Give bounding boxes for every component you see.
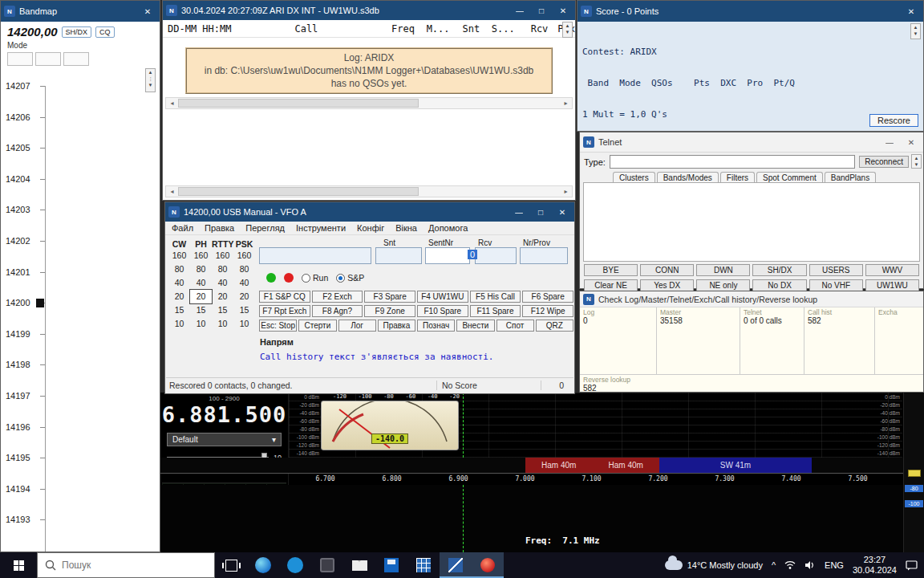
telnet-filter-button[interactable]: UW1WU (865, 279, 919, 291)
speaker-icon[interactable] (804, 560, 816, 570)
band-cell[interactable]: 80 (212, 263, 233, 276)
telnet-tab[interactable]: Spot Comment (756, 172, 823, 182)
maximize-icon[interactable]: □ (532, 208, 549, 217)
bandmap-frequency-label[interactable]: 14193 (1, 519, 45, 551)
band-cell[interactable]: 40 (190, 276, 212, 290)
taskbar-clock[interactable]: 23:27 30.04.2024 (853, 555, 897, 576)
maximize-icon[interactable]: □ (533, 6, 550, 15)
band-cell[interactable]: 10 (233, 317, 255, 331)
function-key-button[interactable]: F11 Spare (470, 305, 521, 317)
log-horizontal-scrollbar-2[interactable]: ◂ ▸ (165, 185, 573, 197)
taskbar-save-app-button[interactable] (375, 552, 407, 578)
function-key-button[interactable]: F4 UW1WU (417, 291, 468, 303)
scroll-right-icon[interactable]: ▸ (560, 100, 572, 107)
close-icon[interactable]: ✕ (902, 138, 920, 147)
log-column-header[interactable]: DD-MM HH:MM (168, 23, 294, 35)
function-key-button[interactable]: Esc: Stop (259, 320, 297, 332)
function-key-button[interactable]: F9 Zone (364, 305, 415, 317)
band-cell[interactable]: 20 (168, 290, 190, 303)
scroll-left-icon[interactable]: ◂ (166, 100, 178, 107)
weather-widget[interactable]: 14°C Mostly cloudy (665, 560, 763, 570)
band-cell[interactable]: 40 (168, 276, 190, 290)
function-key-button[interactable]: Внести (456, 320, 494, 332)
function-key-button[interactable]: F2 Exch (312, 291, 363, 303)
telnet-command-button[interactable]: SH/DX (752, 264, 806, 276)
level-chip[interactable]: -80 (905, 485, 923, 492)
band-cell[interactable]: 15 (233, 303, 255, 317)
telnet-spinner[interactable]: ▲▼ (911, 154, 922, 169)
telnet-command-button[interactable]: WWV (865, 264, 919, 276)
telnet-tab[interactable]: Bands/Modes (657, 172, 719, 182)
sw-band-segment[interactable]: SW 41m (659, 458, 812, 473)
band-cell-selected[interactable]: 20 (190, 290, 212, 303)
band-cell[interactable]: 20 (233, 290, 255, 303)
band-cell[interactable]: 80 (233, 263, 255, 276)
band-cell[interactable]: 20 (212, 290, 233, 303)
minimize-icon[interactable]: — (881, 138, 898, 147)
menu-item[interactable]: Файл (172, 223, 193, 233)
taskbar-browser-button[interactable] (247, 552, 279, 578)
menu-item[interactable]: Допомога (428, 223, 468, 233)
close-icon[interactable]: ✕ (902, 7, 920, 16)
scrollbar-thumb[interactable] (178, 99, 419, 108)
telnet-tab[interactable]: Filters (720, 172, 755, 182)
close-icon[interactable]: ✕ (554, 6, 572, 15)
start-button[interactable] (0, 552, 37, 578)
cq-button[interactable]: CQ (95, 26, 115, 38)
telnet-filter-button[interactable]: NE only (696, 279, 750, 291)
taskbar-app-button[interactable] (311, 552, 343, 578)
level-control-strip[interactable]: -80 -100 (903, 393, 924, 552)
telnet-command-button[interactable]: CONN (640, 264, 694, 276)
band-cell[interactable]: 160 (212, 249, 233, 263)
taskbar-mail-button[interactable] (343, 552, 375, 578)
taskbar-sdr-app-button[interactable] (472, 552, 504, 578)
score-spinner[interactable]: ▲▼ (910, 23, 921, 39)
reconnect-button[interactable]: Reconnect (859, 156, 909, 168)
telnet-command-button[interactable]: USERS (809, 264, 863, 276)
log-column-header[interactable]: Call (294, 23, 379, 35)
telnet-command-button[interactable]: BYE (584, 264, 638, 276)
telnet-filter-button[interactable]: Clear NE (584, 279, 638, 291)
log-column-header[interactable]: S... (480, 23, 515, 35)
band-cell[interactable]: 160 (190, 249, 212, 263)
network-icon[interactable] (784, 560, 796, 570)
log-column-header[interactable]: M... (415, 23, 450, 35)
notification-icon[interactable] (906, 560, 918, 571)
search-input[interactable] (62, 560, 207, 571)
gain-slider-handle[interactable] (908, 470, 921, 477)
nrprov-field[interactable] (520, 247, 568, 264)
telnet-command-button[interactable]: DWN (696, 264, 750, 276)
mode-boxes[interactable] (7, 52, 160, 66)
band-cell[interactable]: 160 (168, 249, 190, 263)
telnet-filter-button[interactable]: No DX (752, 279, 806, 291)
ham-band-segment[interactable]: Ham 40m Ham 40m (525, 458, 659, 473)
preset-dropdown[interactable]: Default ▾ (167, 433, 282, 446)
score-titlebar[interactable]: Score - 0 Points ✕ (578, 1, 923, 22)
function-key-button[interactable]: Стерти (298, 320, 336, 332)
function-key-button[interactable]: Правка (378, 320, 415, 332)
telnet-output-area[interactable] (583, 182, 920, 262)
telnet-filter-button[interactable]: No VHF (809, 279, 863, 291)
function-key-button[interactable]: F5 His Call (470, 291, 521, 303)
sentnr-field[interactable]: 0 (425, 247, 470, 264)
entry-titlebar[interactable]: 14200,00 USB Manual - VFO A — □ ✕ (165, 202, 574, 222)
taskbar-app-button[interactable] (279, 552, 311, 578)
band-cell[interactable]: 10 (190, 317, 212, 331)
check-titlebar[interactable]: Check Log/Master/Telnet/Exch/Call histor… (580, 291, 923, 307)
band-cell[interactable]: 15 (168, 303, 190, 317)
menu-item[interactable]: Перегляд (245, 223, 285, 233)
menu-item[interactable]: Інструменти (296, 223, 346, 233)
log-horizontal-scrollbar[interactable]: ◂ ▸ (165, 97, 573, 109)
menu-item[interactable]: Вікна (395, 223, 417, 233)
function-key-button[interactable]: F10 Spare (417, 305, 468, 317)
function-key-button[interactable]: F8 Agn? (312, 305, 363, 317)
scroll-left-icon[interactable]: ◂ (166, 188, 178, 195)
band-cell[interactable]: 10 (168, 317, 190, 331)
telnet-titlebar[interactable]: Telnet — ✕ (580, 132, 923, 153)
tuned-frequency-display[interactable]: 6.881.500 (160, 402, 288, 427)
bandmap-titlebar[interactable]: Bandmap ✕ (1, 1, 160, 22)
function-key-button[interactable]: Спот (496, 320, 534, 332)
frequency-scale[interactable]: 6.7006.8006.9007.0007.1007.2007.3007.400… (160, 473, 924, 485)
minimize-icon[interactable]: — (510, 208, 528, 217)
minimize-icon[interactable]: — (511, 6, 529, 15)
